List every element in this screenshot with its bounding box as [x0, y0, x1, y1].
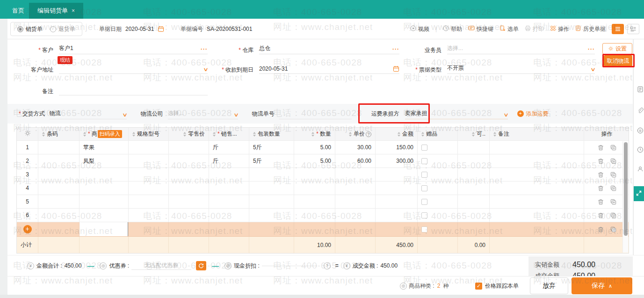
cell-gift[interactable]: [418, 195, 458, 208]
chevron-down-icon[interactable]: ∨: [503, 112, 509, 117]
scrollbar-thumb[interactable]: [624, 142, 628, 236]
cell-amount[interactable]: [376, 168, 418, 181]
sort-icon[interactable]: [493, 132, 496, 137]
warehouse-picker-icon[interactable]: ···: [392, 46, 399, 52]
cell-avail[interactable]: [458, 141, 490, 154]
freight-bearer-field[interactable]: 卖家承担: [405, 108, 475, 119]
cell-gift[interactable]: [418, 141, 458, 154]
salesman-picker-icon[interactable]: ···: [588, 46, 595, 52]
cell-retail[interactable]: [169, 168, 209, 181]
column-settings-icon[interactable]: [24, 130, 31, 138]
salesman-field[interactable]: 选择... ···: [447, 43, 595, 54]
cell-retail[interactable]: [169, 154, 209, 167]
gift-checkbox[interactable]: [421, 172, 427, 178]
cell-amount[interactable]: [376, 209, 418, 222]
cell-barcode[interactable]: [38, 141, 80, 154]
cell-barcode[interactable]: [38, 168, 80, 181]
cell-pack[interactable]: [249, 168, 294, 181]
cell-remark[interactable]: [490, 154, 584, 167]
sort-icon[interactable]: [132, 132, 135, 137]
gift-checkbox[interactable]: [421, 145, 427, 151]
copy-row-icon[interactable]: [609, 171, 617, 179]
cell-barcode[interactable]: [38, 209, 80, 222]
chevron-down-icon[interactable]: ∨: [122, 112, 128, 117]
cell-unit[interactable]: [209, 168, 249, 181]
toolbar-action-pick-order[interactable]: 选单: [499, 25, 519, 33]
cell-amount[interactable]: [376, 182, 418, 195]
cell-qty[interactable]: [294, 168, 335, 181]
add-row-button[interactable]: +: [23, 225, 32, 233]
cell-amount[interactable]: [376, 195, 418, 208]
remark-field[interactable]: [59, 84, 208, 95]
cancel-logistics-button[interactable]: 取消物流: [604, 55, 632, 66]
freight-bearer-chevron-area[interactable]: ∨: [475, 108, 508, 119]
cell-pack[interactable]: 5斤: [249, 141, 294, 154]
cell-remark[interactable]: [490, 141, 584, 154]
cell-product[interactable]: 苹果: [80, 141, 129, 154]
toolbar-action-hotkeys[interactable]: 快捷键: [468, 25, 493, 33]
scan-entry-badge[interactable]: 扫码录入: [98, 130, 122, 138]
gift-checkbox[interactable]: [421, 226, 427, 233]
sort-icon[interactable]: [42, 132, 45, 137]
copy-row-icon[interactable]: [609, 211, 617, 219]
cell-pack[interactable]: 5斤: [249, 154, 294, 167]
gift-checkbox[interactable]: [421, 158, 427, 164]
cell-retail[interactable]: [169, 141, 209, 154]
cash-discount-input[interactable]: [262, 266, 317, 266]
save-button[interactable]: 保存 ∧: [572, 277, 632, 294]
price-track-toggle[interactable]: ✓ 价格跟踪本单: [475, 276, 519, 295]
rail-attachment-icon[interactable]: [637, 108, 644, 116]
tab-home[interactable]: 首页: [4, 3, 33, 19]
copy-row-icon[interactable]: [609, 157, 617, 165]
cell-amount[interactable]: 300.00: [376, 154, 418, 167]
cell-remark[interactable]: [490, 182, 584, 195]
radio-sales-order[interactable]: 销货单: [17, 25, 43, 33]
cell-price[interactable]: 30.00: [335, 141, 376, 154]
cell-gift[interactable]: [418, 182, 458, 195]
cell-amount[interactable]: 150.00: [376, 141, 418, 154]
cell-unit[interactable]: 斤: [209, 154, 249, 167]
add-freight-link[interactable]: + 添加运费: [517, 110, 549, 118]
sort-icon[interactable]: [213, 132, 216, 137]
delete-row-icon[interactable]: [597, 225, 605, 233]
cell-qty[interactable]: [294, 182, 335, 195]
cell-remark[interactable]: [490, 168, 584, 181]
gift-checkbox[interactable]: [421, 199, 427, 205]
cell-product[interactable]: [80, 209, 129, 222]
delete-row-icon[interactable]: [597, 211, 605, 219]
help-circle-icon[interactable]: ?: [324, 262, 331, 269]
sort-icon[interactable]: [421, 132, 424, 137]
cell-spec[interactable]: [129, 182, 169, 195]
sort-icon[interactable]: [311, 132, 314, 137]
logistics-number-field[interactable]: [279, 108, 352, 119]
help-circle-icon[interactable]: ?: [366, 131, 371, 137]
radio-return-order[interactable]: 退货单: [50, 25, 75, 33]
cell-pack[interactable]: [249, 195, 294, 208]
copy-row-icon[interactable]: [609, 184, 617, 192]
toolbar-action-video[interactable]: 视频: [410, 25, 429, 33]
cell-gift[interactable]: [418, 209, 458, 222]
cell-avail[interactable]: [458, 168, 490, 181]
cell-barcode[interactable]: [38, 195, 80, 208]
due-date-field[interactable]: 2020-05-31: [259, 63, 399, 74]
cell-spec[interactable]: [129, 168, 169, 181]
cell-product[interactable]: [80, 195, 129, 208]
delivery-method-field[interactable]: 物流 ∨: [50, 108, 127, 119]
cell-qty[interactable]: 5.00: [294, 154, 335, 167]
cell-qty[interactable]: [294, 209, 335, 222]
refresh-coupon-button[interactable]: [196, 261, 206, 270]
customer-address-field[interactable]: ∨: [59, 63, 208, 74]
toolbar-action-help[interactable]: ?帮助: [443, 25, 462, 33]
cell-remark[interactable]: [490, 209, 584, 222]
view-list-toggle[interactable]: [612, 24, 624, 34]
cell-qty[interactable]: 5.00: [294, 141, 335, 154]
cell-spec[interactable]: [129, 195, 169, 208]
copy-row-icon[interactable]: [609, 198, 617, 206]
cell-barcode[interactable]: [38, 182, 80, 195]
sort-icon[interactable]: [83, 132, 86, 137]
cell-price[interactable]: [335, 168, 376, 181]
cell-gift[interactable]: [418, 168, 458, 181]
cell-retail[interactable]: [169, 209, 209, 222]
gift-checkbox[interactable]: [421, 212, 427, 218]
logistics-company-field[interactable]: 选择... ∨: [168, 108, 238, 119]
